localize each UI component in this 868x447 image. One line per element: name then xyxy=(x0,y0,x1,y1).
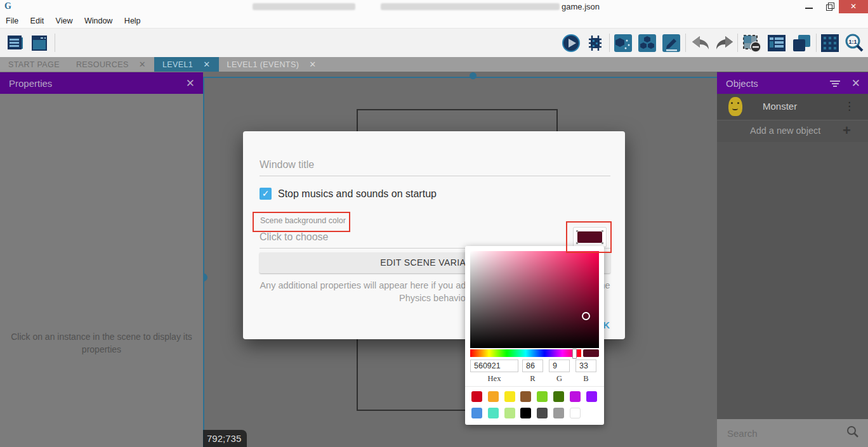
search-input[interactable] xyxy=(726,424,843,442)
restore-button[interactable] xyxy=(820,0,839,13)
saturation-marker[interactable] xyxy=(582,312,590,320)
close-window-button[interactable]: ✕ xyxy=(839,0,868,13)
color-preview-swatch xyxy=(583,349,599,357)
cursor-coordinates-badge: 792;735 xyxy=(203,430,247,447)
preset-swatch[interactable] xyxy=(488,391,499,402)
preset-swatch[interactable] xyxy=(570,408,581,418)
divider xyxy=(465,386,604,387)
objects-panel: Objects ✕ Monster ⋮ Add a new object + xyxy=(717,72,868,447)
properties-empty-message: Click on an instance in the scene to dis… xyxy=(6,330,197,356)
tab-level1[interactable]: LEVEL1 ✕ xyxy=(154,57,219,72)
search-icon xyxy=(846,425,859,441)
annotation-rectangle-scene-bg-label xyxy=(253,212,350,232)
add-object-label: Add a new object xyxy=(750,126,820,136)
scene-window-top-border xyxy=(204,77,717,78)
menu-view[interactable]: View xyxy=(56,14,73,28)
properties-panel-title: Properties xyxy=(9,78,52,89)
stop-musics-label: Stop musics and sounds on startup xyxy=(278,188,437,200)
menu-bar: File Edit View Window Help xyxy=(0,14,868,29)
hex-input[interactable] xyxy=(470,360,518,372)
preset-swatch[interactable] xyxy=(553,391,564,402)
preset-swatch[interactable] xyxy=(537,408,548,418)
close-tab-icon[interactable]: ✕ xyxy=(309,60,316,69)
saturation-value-area[interactable] xyxy=(470,251,599,348)
color-input-fields: Hex R G B xyxy=(470,360,599,384)
filter-icon[interactable] xyxy=(830,81,840,88)
tab-level1-events[interactable]: LEVEL1 (EVENTS) ✕ xyxy=(219,57,325,72)
objects-list-icon[interactable] xyxy=(766,33,787,53)
objects-panel-title: Objects xyxy=(726,78,758,89)
hue-slider[interactable] xyxy=(470,349,581,357)
objects-panel-header: Objects ✕ xyxy=(717,72,868,94)
project-manager-icon[interactable] xyxy=(5,33,25,53)
menu-help[interactable]: Help xyxy=(124,14,141,28)
preset-swatch[interactable] xyxy=(471,408,482,418)
tab-resources[interactable]: RESOURCES ✕ xyxy=(68,57,154,72)
start-page-icon[interactable] xyxy=(29,33,49,53)
minimize-button[interactable] xyxy=(799,0,819,13)
red-input[interactable] xyxy=(522,360,543,372)
menu-window[interactable]: Window xyxy=(84,14,112,28)
title-bar: G game.json ✕ xyxy=(0,0,868,14)
preset-swatch[interactable] xyxy=(504,408,515,418)
resize-handle[interactable] xyxy=(203,273,207,282)
menu-edit[interactable]: Edit xyxy=(30,14,44,28)
toolbar: 1:1 xyxy=(0,29,868,57)
edit-scene-icon[interactable] xyxy=(661,33,681,53)
scene-window-left-border xyxy=(203,77,204,447)
preset-swatch[interactable] xyxy=(586,391,597,402)
svg-text:1:1: 1:1 xyxy=(848,39,857,45)
properties-panel: Properties ✕ Click on an instance in the… xyxy=(0,72,203,447)
layers-icon[interactable] xyxy=(791,33,811,53)
preset-swatch[interactable] xyxy=(537,391,548,402)
close-tab-icon[interactable]: ✕ xyxy=(203,60,210,69)
preset-swatch[interactable] xyxy=(520,391,531,402)
properties-panel-header: Properties ✕ xyxy=(0,72,203,94)
tab-start-page[interactable]: START PAGE xyxy=(0,57,68,72)
green-input[interactable] xyxy=(549,360,570,372)
kebab-menu-icon[interactable]: ⋮ xyxy=(844,100,855,113)
preset-swatch[interactable] xyxy=(504,391,515,402)
redo-icon[interactable] xyxy=(713,33,733,53)
color-picker-popover: Hex R G B xyxy=(465,246,604,425)
document-title: game.json xyxy=(562,2,600,11)
delete-selection-icon[interactable] xyxy=(741,33,761,53)
object-name: Monster xyxy=(763,101,797,112)
preset-swatch[interactable] xyxy=(520,408,531,418)
redacted-path-text xyxy=(381,3,560,10)
preset-swatches xyxy=(471,391,602,418)
close-panel-icon[interactable]: ✕ xyxy=(852,77,860,90)
redacted-path-text xyxy=(253,3,355,10)
close-tab-icon[interactable]: ✕ xyxy=(139,60,146,69)
object-search-bar xyxy=(717,419,868,447)
debug-icon[interactable] xyxy=(585,33,605,53)
preset-swatch[interactable] xyxy=(553,408,564,418)
hue-slider-handle[interactable] xyxy=(572,349,577,359)
annotation-rectangle-color-swatch xyxy=(566,221,612,253)
add-object-row[interactable]: Add a new object + xyxy=(717,120,868,142)
green-label: G xyxy=(556,374,562,384)
editor-tab-bar: START PAGE RESOURCES ✕ LEVEL1 ✕ LEVEL1 (… xyxy=(0,57,868,72)
preset-swatch[interactable] xyxy=(570,391,581,402)
preview-play-icon[interactable] xyxy=(561,33,581,53)
close-panel-icon[interactable]: ✕ xyxy=(186,77,195,90)
blue-input[interactable] xyxy=(575,360,596,372)
plus-icon: + xyxy=(843,122,851,139)
monster-sprite-icon xyxy=(728,97,742,116)
window-title-field[interactable] xyxy=(260,159,610,176)
object-groups-icon[interactable] xyxy=(637,33,657,53)
object-list-item[interactable]: Monster ⋮ xyxy=(717,94,868,120)
blue-label: B xyxy=(583,374,588,384)
resize-handle[interactable] xyxy=(470,72,477,79)
gdevelop-logo-icon: G xyxy=(4,1,15,11)
red-label: R xyxy=(530,374,535,384)
undo-icon[interactable] xyxy=(689,33,709,53)
preset-swatch[interactable] xyxy=(471,391,482,402)
preset-swatch[interactable] xyxy=(488,408,499,418)
stop-musics-checkbox[interactable]: ✓ xyxy=(260,188,272,200)
zoom-1-1-icon[interactable]: 1:1 xyxy=(844,33,864,53)
add-object-icon[interactable] xyxy=(613,33,633,53)
grid-icon[interactable] xyxy=(820,33,840,53)
hex-label: Hex xyxy=(488,374,501,384)
menu-file[interactable]: File xyxy=(6,14,18,28)
